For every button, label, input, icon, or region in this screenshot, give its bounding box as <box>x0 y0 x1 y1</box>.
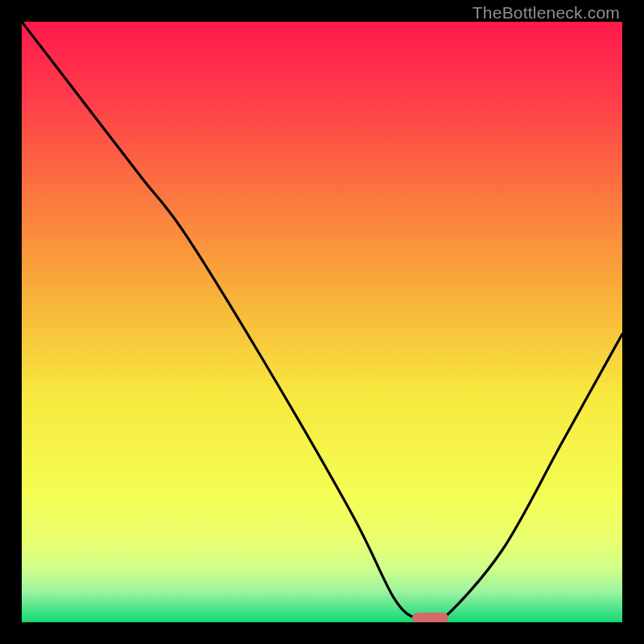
watermark-text: TheBottleneck.com <box>473 3 620 23</box>
optimum-marker <box>412 613 448 622</box>
plot-area <box>22 22 622 622</box>
chart-frame: TheBottleneck.com <box>0 0 644 644</box>
bottleneck-curve <box>22 22 622 622</box>
